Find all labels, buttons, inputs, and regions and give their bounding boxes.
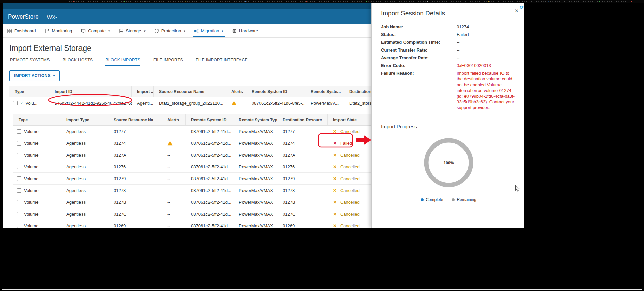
tab-file-import-interface[interactable]: FILE IMPORT INTERFACE (196, 58, 248, 66)
field-label: Failure Reason: (381, 70, 457, 76)
source-resource-value: 01279 (114, 176, 126, 181)
type-value: Volume (24, 164, 38, 169)
import-type-value: Agentless (66, 164, 86, 169)
source-resource-value: Dtaf2_storage_group_2022120... (159, 101, 223, 106)
field-label: Job Name: (381, 24, 457, 30)
legend-label: Remaining (457, 197, 476, 202)
nav-item-migration[interactable]: Migration▾ (194, 24, 223, 37)
nav-item-label: Dashboard (14, 28, 36, 33)
hardware-icon (232, 29, 237, 33)
destination-resource-value: 0127B (283, 200, 295, 205)
tab-remote-systems[interactable]: REMOTE SYSTEMS (10, 58, 50, 66)
tab-file-imports[interactable]: FILE IMPORTS (153, 58, 183, 66)
nav-item-compute[interactable]: Compute▾ (81, 24, 110, 37)
alerts-cell: -- (162, 153, 186, 158)
detail-field-failure-reason: Failure Reason:Import failed because IO … (381, 69, 516, 111)
nav-item-protection[interactable]: Protection▾ (154, 24, 185, 37)
type-value: Volume (24, 176, 38, 181)
row-checkbox[interactable] (17, 224, 21, 228)
screenshot-canvas: PowerStore WX- DashboardMonitoringComput… (0, 0, 644, 291)
slide-bottom-edge (2, 289, 642, 290)
row-checkbox[interactable] (17, 129, 21, 134)
alerts-cell: -- (162, 176, 186, 181)
column-header-remote-system-id[interactable]: Remote System ID (186, 114, 233, 125)
row-checkbox[interactable] (17, 176, 21, 181)
import-type-value: Agentless (66, 200, 86, 205)
chevron-down-icon: ▾ (144, 29, 146, 33)
dashboard-icon (7, 29, 12, 33)
field-value: -- (457, 47, 516, 53)
field-value: Failed (457, 32, 516, 37)
expand-chevron-icon[interactable]: ∨ (20, 101, 23, 105)
column-header-destination-resourc[interactable]: Destination Resourc... (277, 114, 328, 125)
field-value: -- (457, 39, 516, 45)
nav-item-storage[interactable]: Storage▾ (119, 24, 146, 37)
column-header-type[interactable]: Type (13, 114, 61, 125)
row-checkbox[interactable] (17, 188, 21, 193)
column-header-remote-syste[interactable]: Remote Syste... (305, 86, 344, 97)
field-value: 0xE03010020013 (457, 63, 516, 68)
migration-icon (194, 29, 199, 33)
chevron-down-icon: ▾ (222, 29, 223, 33)
column-header-alerts[interactable]: Alerts (226, 86, 246, 97)
no-alert-dashes: -- (167, 153, 170, 158)
import-state-label: Cancelled (340, 153, 360, 158)
column-header-alerts[interactable]: Alerts (162, 114, 186, 125)
type-value: Volume (24, 200, 38, 205)
tab-block-hosts[interactable]: BLOCK HOSTS (63, 58, 93, 66)
import-state-label: Cancelled (340, 176, 360, 181)
alerts-cell: warning (162, 141, 186, 146)
import-type-value: Agentless (66, 223, 86, 228)
remote-system-id-value: 087061c2-5ff2-41d... (191, 141, 231, 146)
legend-label: Complete (426, 197, 443, 202)
tab-block-imports[interactable]: BLOCK IMPORTS (105, 58, 140, 66)
browser-chrome-sliver (0, 0, 644, 3)
column-header-source-resource-name[interactable]: Source Resource Name (154, 86, 226, 97)
column-header-remote-system-id[interactable]: Remote System ID (246, 86, 305, 97)
legend-dot-icon (421, 198, 424, 201)
remote-system-id-value: 087061c2-5ff2-41d6-8fe5-... (252, 101, 305, 106)
column-header-import-type[interactable]: Import Type (61, 114, 108, 125)
remote-system-id-value: 087061c2-5ff2-41d... (191, 164, 231, 169)
import-state-label: Cancelled (340, 164, 360, 169)
destination-resource-value: 01269 (283, 223, 295, 228)
no-alert-dashes: -- (167, 212, 170, 217)
column-header-import-id[interactable]: Import ID (49, 86, 132, 97)
detail-field-job-name: Job Name:01274 (381, 23, 516, 31)
column-header-source-resource-na[interactable]: Source Resource Na... (108, 114, 162, 125)
row-checkbox[interactable] (13, 101, 18, 105)
nav-item-dashboard[interactable]: Dashboard (7, 24, 36, 37)
source-resource-value: 01269 (114, 223, 126, 228)
legend-item-complete: Complete (421, 197, 443, 202)
remote-system-type-value: PowerMax/VMAX (239, 129, 273, 134)
source-resource-value: 0127B (114, 200, 126, 205)
import-state-label: Cancelled (340, 188, 360, 193)
nav-item-hardware[interactable]: Hardware (232, 24, 258, 37)
remote-system-type-value: PowerMax/VMAX (239, 164, 273, 169)
row-checkbox[interactable] (17, 141, 21, 146)
chevron-down-icon: ▾ (108, 29, 110, 33)
destination-resource-value: 01278 (283, 188, 295, 193)
type-value: Volume (24, 153, 38, 158)
column-header-import[interactable]: Import ... (132, 86, 154, 97)
import-type-value: Agentless (66, 188, 86, 193)
import-actions-button[interactable]: IMPORT ACTIONS ▾ (9, 70, 60, 81)
close-icon[interactable]: ✕ (514, 8, 519, 14)
row-checkbox[interactable] (17, 212, 21, 216)
column-header-remote-system-type[interactable]: Remote System Type (233, 114, 277, 125)
alerts-cell: -- (162, 164, 186, 169)
destination-resource-value: 0127C (283, 212, 295, 217)
remote-system-type-value: PowerMax/VMAX (239, 200, 273, 205)
no-alert-dashes: -- (167, 176, 170, 181)
column-header-type[interactable]: Type (9, 86, 49, 97)
row-checkbox[interactable] (17, 165, 21, 169)
detail-field-status: Status:Failed (381, 31, 516, 38)
detail-field-estimated-completion-time: Estimated Completion Time:-- (381, 38, 516, 46)
row-checkbox[interactable] (17, 200, 21, 204)
field-label: Average Transfer Rate: (381, 55, 457, 61)
nav-item-label: Storage (126, 28, 141, 33)
remote-system-id-value: 087061c2-5ff2-41d... (191, 153, 231, 158)
row-checkbox[interactable] (17, 153, 21, 157)
nav-item-monitoring[interactable]: Monitoring (45, 24, 72, 37)
import-type-value: Agentless (66, 153, 86, 158)
